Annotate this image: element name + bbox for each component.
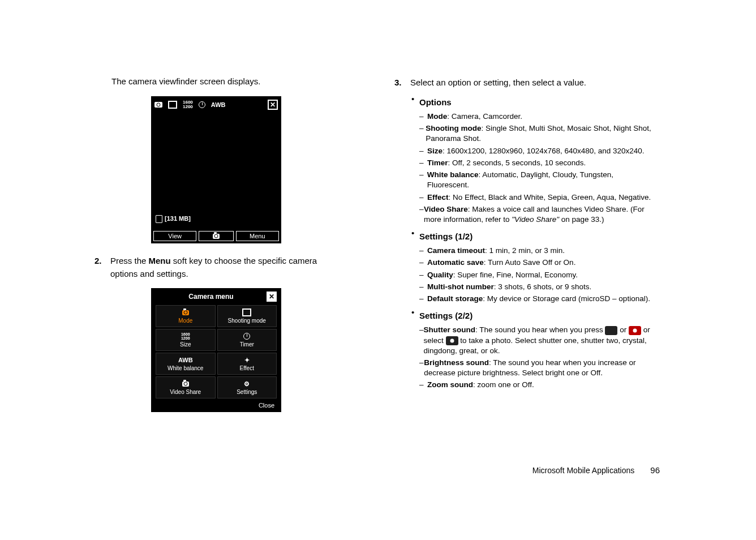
step-text: Press the Menu soft key to choose the sp… xyxy=(110,255,338,280)
camera-key-icon xyxy=(629,326,641,335)
section-title: Microsoft Mobile Applications xyxy=(532,466,635,475)
rect-icon xyxy=(168,101,177,109)
timer-icon xyxy=(243,333,250,340)
viewfinder-intro: The camera viewfinder screen displays. xyxy=(111,76,338,86)
menu-item-effect[interactable]: ✦ Effect xyxy=(217,353,277,375)
menu-item-shooting-mode[interactable]: Shooting mode xyxy=(217,305,277,327)
key-icon xyxy=(605,326,617,335)
settings-icon: ⚙ xyxy=(244,380,250,388)
memory-label: [131 MB] xyxy=(165,215,191,222)
viewfinder-figure: 1600 1200 AWB ✕ [131 MB] View Menu xyxy=(151,96,281,243)
menu-item-mode[interactable]: Mode xyxy=(156,305,216,327)
settings-2-heading: Settings (2/2) xyxy=(419,311,472,320)
view-softkey[interactable]: View xyxy=(153,231,196,241)
options-heading: Options xyxy=(419,97,452,107)
close-softkey[interactable]: Close xyxy=(153,401,279,409)
memory-icon xyxy=(156,215,162,223)
size-indicator: 1600 1200 xyxy=(183,100,193,109)
camera-icon xyxy=(182,382,189,387)
camera-icon xyxy=(154,102,162,108)
effect-icon: ✦ xyxy=(244,356,250,364)
step-number: 2. xyxy=(94,255,110,280)
menu-softkey[interactable]: Menu xyxy=(236,231,279,241)
menu-item-size[interactable]: 1600 1200 Size xyxy=(156,329,216,351)
close-icon[interactable]: ✕ xyxy=(268,100,278,110)
step-number: 3. xyxy=(394,76,410,88)
page-number: 96 xyxy=(650,465,660,475)
timer-icon xyxy=(199,101,205,108)
settings-1-heading: Settings (1/2) xyxy=(419,232,472,241)
step-text: Select an option or setting, then select… xyxy=(410,76,655,88)
menu-item-white-balance[interactable]: AWB White balance xyxy=(156,353,216,375)
menu-item-timer[interactable]: Timer xyxy=(217,329,277,351)
close-icon[interactable]: ✕ xyxy=(267,292,277,302)
menu-title: Camera menu xyxy=(188,293,233,301)
menu-item-video-share[interactable]: Video Share xyxy=(156,376,216,398)
capture-softkey[interactable] xyxy=(199,231,233,241)
camera-icon xyxy=(213,234,220,239)
camera-button-icon xyxy=(446,336,458,345)
rect-icon xyxy=(242,308,251,316)
camera-menu-figure: Camera menu ✕ Mode Shooting mode 1600 12… xyxy=(151,288,281,412)
camera-icon xyxy=(182,310,189,315)
awb-indicator: AWB xyxy=(211,101,226,108)
menu-item-settings[interactable]: ⚙ Settings xyxy=(217,376,277,398)
